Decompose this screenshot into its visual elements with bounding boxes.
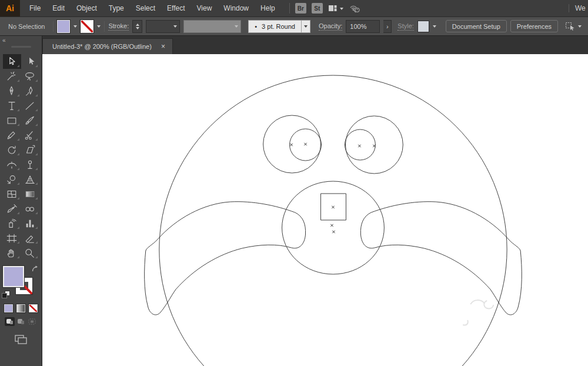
menu-window[interactable]: Window xyxy=(218,1,255,16)
pencil-tool[interactable] xyxy=(3,128,21,142)
window-title-fragment: We xyxy=(569,4,588,12)
artwork-left-eye-inner[interactable] xyxy=(290,129,322,161)
slice-tool[interactable] xyxy=(21,231,39,245)
drawing-mode-buttons xyxy=(0,317,42,326)
draw-normal-button[interactable] xyxy=(5,317,15,326)
stroke-weight-dropdown[interactable] xyxy=(146,20,180,33)
artwork-muzzle-circle[interactable] xyxy=(282,181,385,274)
stroke-color-swatch[interactable] xyxy=(81,20,93,33)
zoom-tool[interactable] xyxy=(21,245,39,260)
lasso-tool[interactable] xyxy=(21,69,39,84)
artboard xyxy=(42,54,588,366)
illustrator-logo-icon[interactable]: Ai xyxy=(0,0,20,16)
fill-color-swatch[interactable] xyxy=(57,20,70,33)
selection-options-button[interactable] xyxy=(565,22,582,31)
shape-builder-tool[interactable] xyxy=(3,172,21,187)
close-tab-icon[interactable]: × xyxy=(161,42,165,51)
opacity-field[interactable]: 100% xyxy=(346,20,380,33)
pen-tool[interactable] xyxy=(3,84,21,98)
panel-grip[interactable] xyxy=(11,46,31,48)
selection-tool[interactable] xyxy=(3,54,21,69)
collapse-panel-icon[interactable]: ‹‹ xyxy=(0,36,42,44)
color-button[interactable] xyxy=(4,304,14,313)
artwork-head-circle[interactable] xyxy=(159,75,507,366)
brush-definition-button[interactable]: • 3 pt. Round xyxy=(248,20,302,33)
menu-file[interactable]: File xyxy=(24,1,46,16)
style-swatch[interactable] xyxy=(417,21,429,32)
menu-items: FileEditObjectTypeSelectEffectViewWindow… xyxy=(24,1,281,16)
canvas-area[interactable] xyxy=(42,54,588,366)
brush-definition-dropdown[interactable] xyxy=(302,20,310,33)
chevron-down-icon[interactable] xyxy=(97,25,101,29)
menu-object[interactable]: Object xyxy=(71,1,103,16)
artwork-right-arm[interactable] xyxy=(360,202,522,315)
stock-button[interactable]: St xyxy=(312,3,323,14)
chevron-down-icon xyxy=(340,8,343,12)
puppet-warp-tool[interactable] xyxy=(21,157,39,172)
artwork-right-eye-inner[interactable] xyxy=(345,129,375,160)
illustrator-window: Ai FileEditObjectTypeSelectEffectViewWin… xyxy=(0,0,588,366)
draw-behind-button[interactable] xyxy=(16,317,26,326)
width-tool[interactable] xyxy=(3,157,21,172)
menu-view[interactable]: View xyxy=(191,1,218,16)
symbol-sprayer-tool[interactable] xyxy=(3,216,21,231)
artboard-tool[interactable] xyxy=(3,231,21,245)
menu-type[interactable]: Type xyxy=(103,1,130,16)
line-segment-tool[interactable] xyxy=(21,98,39,113)
chevron-down-icon[interactable] xyxy=(74,25,77,29)
opacity-menu-arrow[interactable]: › xyxy=(383,20,392,33)
change-screen-mode-button[interactable] xyxy=(14,334,28,345)
rotate-tool[interactable] xyxy=(3,142,21,157)
type-tool[interactable] xyxy=(3,98,21,113)
default-fill-stroke-icon[interactable] xyxy=(2,291,9,298)
cs-live-button[interactable] xyxy=(349,4,360,13)
magic-wand-tool[interactable] xyxy=(3,69,21,84)
style-label[interactable]: Style: xyxy=(397,22,414,31)
menu-edit[interactable]: Edit xyxy=(46,1,71,16)
document-tab[interactable]: Untitled-3* @ 200% (RGB/Outline) × xyxy=(42,38,173,54)
curvature-tool[interactable] xyxy=(21,84,39,98)
fill-swatch[interactable] xyxy=(3,266,24,287)
paintbrush-tool[interactable] xyxy=(21,113,39,128)
preferences-button[interactable]: Preferences xyxy=(510,20,558,32)
arrange-documents-button[interactable] xyxy=(328,5,343,12)
mesh-tool[interactable] xyxy=(3,187,21,201)
eyedropper-tool[interactable] xyxy=(3,201,21,216)
document-setup-button[interactable]: Document Setup xyxy=(446,20,507,32)
stepper-down-icon[interactable] xyxy=(136,27,139,31)
bridge-button[interactable]: Br xyxy=(295,3,306,14)
stroke-weight-stepper[interactable] xyxy=(132,20,142,33)
divider xyxy=(104,21,105,32)
swap-fill-stroke-icon[interactable] xyxy=(31,265,39,272)
none-button[interactable] xyxy=(28,304,38,313)
opacity-label[interactable]: Opacity: xyxy=(319,22,342,31)
variable-width-dropdown[interactable] xyxy=(183,20,241,33)
hand-tool[interactable] xyxy=(3,245,21,260)
brush-name: 3 pt. Round xyxy=(262,23,295,30)
menu-select[interactable]: Select xyxy=(130,1,161,16)
document-tab-label: Untitled-3* @ 200% (RGB/Outline) xyxy=(52,43,152,50)
menu-help[interactable]: Help xyxy=(255,1,281,16)
direct-selection-tool[interactable] xyxy=(21,54,39,69)
menu-effect[interactable]: Effect xyxy=(161,1,191,16)
gradient-button[interactable] xyxy=(16,304,26,313)
paint-type-buttons xyxy=(0,304,42,313)
chevron-down-icon xyxy=(304,25,308,29)
brush-bullet: • xyxy=(255,23,257,30)
stroke-weight-label[interactable]: Stroke: xyxy=(108,22,129,31)
artwork-right-eye-outer[interactable] xyxy=(345,116,403,174)
perspective-grid-tool[interactable] xyxy=(21,172,39,187)
tools-panel xyxy=(0,54,42,366)
stepper-up-icon[interactable] xyxy=(136,22,139,26)
blend-tool[interactable] xyxy=(21,201,39,216)
draw-inside-button[interactable] xyxy=(27,317,37,326)
rectangle-tool[interactable] xyxy=(3,113,21,128)
artwork-left-arm[interactable] xyxy=(145,202,306,315)
divider xyxy=(53,21,54,32)
watermark xyxy=(463,300,493,325)
gradient-tool[interactable] xyxy=(21,187,39,201)
scissors-tool[interactable] xyxy=(21,128,39,142)
scale-tool[interactable] xyxy=(21,142,39,157)
column-graph-tool[interactable] xyxy=(21,216,39,231)
chevron-down-icon[interactable] xyxy=(433,25,436,29)
